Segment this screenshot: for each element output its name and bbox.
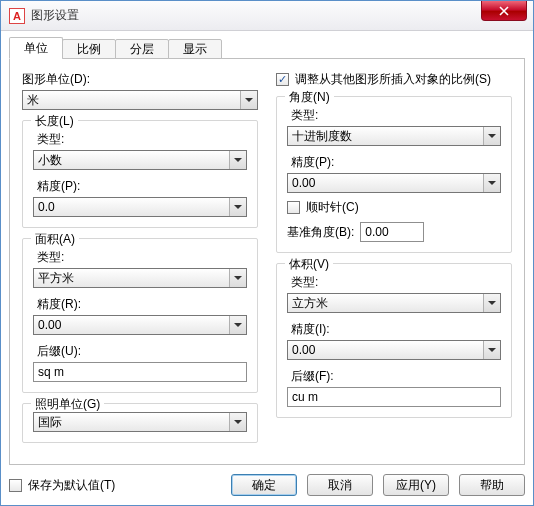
base-angle-input[interactable] [360,222,424,242]
help-button[interactable]: 帮助 [459,474,525,496]
clockwise-checkbox[interactable] [287,201,300,214]
volume-suffix-input[interactable] [287,387,501,407]
area-group: 面积(A) 类型: 平方米 精度(R): 0.00 后缀(U): [22,238,258,393]
adjust-scale-label: 调整从其他图形所插入对象的比例(S) [295,71,491,88]
lighting-select[interactable]: 国际 [33,412,247,432]
volume-legend: 体积(V) [285,256,333,273]
dialog-body: 单位 比例 分层 显示 图形单位(D): 米 长度(L) 类型: [9,37,525,465]
area-type-label: 类型: [33,249,247,266]
angle-prec-value: 0.00 [292,176,315,190]
length-type-value: 小数 [38,152,62,169]
ok-button[interactable]: 确定 [231,474,297,496]
adjust-scale-checkbox[interactable] [276,73,289,86]
chevron-down-icon [483,127,500,145]
length-legend: 长度(L) [31,113,78,130]
lighting-value: 国际 [38,414,62,431]
chevron-down-icon [483,341,500,359]
length-prec-label: 精度(P): [33,178,247,195]
volume-suffix-label: 后缀(F): [287,368,501,385]
clockwise-label: 顺时针(C) [306,199,359,216]
angle-type-value: 十进制度数 [292,128,352,145]
volume-type-select[interactable]: 立方米 [287,293,501,313]
volume-prec-label: 精度(I): [287,321,501,338]
length-group: 长度(L) 类型: 小数 精度(P): 0.0 [22,120,258,228]
chevron-down-icon [229,269,246,287]
drawing-units-label: 图形单位(D): [22,71,258,88]
apply-button[interactable]: 应用(Y) [383,474,449,496]
area-legend: 面积(A) [31,231,79,248]
area-type-select[interactable]: 平方米 [33,268,247,288]
window-title: 图形设置 [31,7,79,24]
tab-scale[interactable]: 比例 [62,39,116,59]
area-type-value: 平方米 [38,270,74,287]
angle-prec-select[interactable]: 0.00 [287,173,501,193]
drawing-units-select[interactable]: 米 [22,90,258,110]
area-prec-label: 精度(R): [33,296,247,313]
length-type-select[interactable]: 小数 [33,150,247,170]
angle-prec-label: 精度(P): [287,154,501,171]
app-icon: A [9,8,25,24]
lighting-legend: 照明单位(G) [31,396,104,413]
right-column: 调整从其他图形所插入对象的比例(S) 角度(N) 类型: 十进制度数 精度(P)… [276,69,512,443]
lighting-group: 照明单位(G) 国际 [22,403,258,443]
chevron-down-icon [229,151,246,169]
volume-type-value: 立方米 [292,295,328,312]
close-button[interactable] [481,1,527,21]
area-suffix-label: 后缀(U): [33,343,247,360]
drawing-settings-dialog: A 图形设置 单位 比例 分层 显示 图形单位(D): 米 [0,0,534,506]
chevron-down-icon [240,91,257,109]
area-prec-value: 0.00 [38,318,61,332]
tab-row: 单位 比例 分层 显示 [9,37,525,59]
tab-units[interactable]: 单位 [9,37,63,59]
save-default-checkbox[interactable] [9,479,22,492]
left-column: 图形单位(D): 米 长度(L) 类型: 小数 精度(P): [22,69,258,443]
titlebar[interactable]: A 图形设置 [1,1,533,31]
chevron-down-icon [483,294,500,312]
length-type-label: 类型: [33,131,247,148]
length-prec-select[interactable]: 0.0 [33,197,247,217]
length-prec-value: 0.0 [38,200,55,214]
volume-type-label: 类型: [287,274,501,291]
close-icon [499,6,509,16]
angle-type-label: 类型: [287,107,501,124]
dialog-footer: 保存为默认值(T) 确定 取消 应用(Y) 帮助 [9,473,525,497]
angle-legend: 角度(N) [285,89,334,106]
chevron-down-icon [229,198,246,216]
angle-type-select[interactable]: 十进制度数 [287,126,501,146]
tab-display[interactable]: 显示 [168,39,222,59]
chevron-down-icon [229,316,246,334]
area-prec-select[interactable]: 0.00 [33,315,247,335]
save-default-label: 保存为默认值(T) [28,477,115,494]
base-angle-label: 基准角度(B): [287,224,354,241]
tab-layering[interactable]: 分层 [115,39,169,59]
drawing-units-value: 米 [27,92,39,109]
chevron-down-icon [483,174,500,192]
chevron-down-icon [229,413,246,431]
volume-prec-value: 0.00 [292,343,315,357]
volume-prec-select[interactable]: 0.00 [287,340,501,360]
tab-panel-units: 图形单位(D): 米 长度(L) 类型: 小数 精度(P): [9,59,525,465]
cancel-button[interactable]: 取消 [307,474,373,496]
angle-group: 角度(N) 类型: 十进制度数 精度(P): 0.00 顺时针(C) [276,96,512,253]
area-suffix-input[interactable] [33,362,247,382]
volume-group: 体积(V) 类型: 立方米 精度(I): 0.00 后缀(F): [276,263,512,418]
